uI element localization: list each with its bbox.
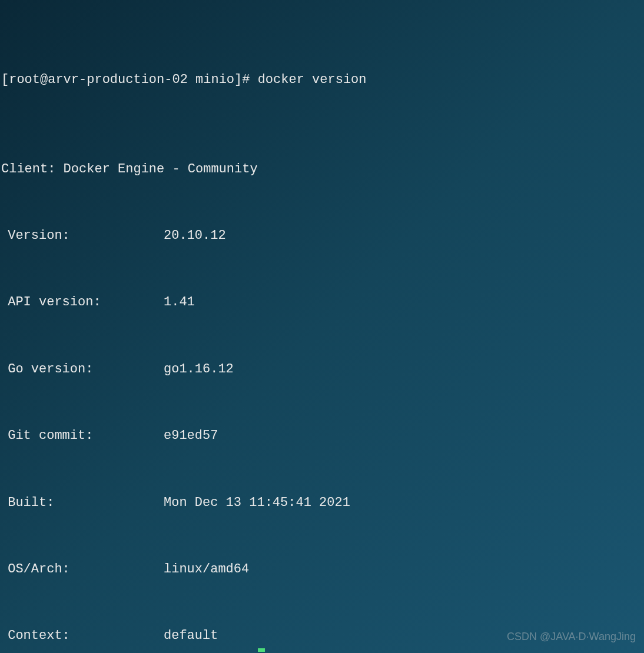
- shell-prompt: [root@arvr-production-02 minio]#: [1, 69, 258, 91]
- value: 20.10.12: [164, 225, 226, 247]
- label: Git commit:: [0, 425, 164, 447]
- value: linux/amd64: [164, 558, 249, 581]
- value: go1.16.12: [164, 358, 234, 381]
- value: e91ed57: [164, 425, 218, 447]
- label: Context:: [0, 625, 164, 647]
- label: Version:: [0, 225, 164, 247]
- client-go-version: Go version:go1.16.12: [0, 358, 644, 381]
- watermark-text: CSDN @JAVA·D·WangJing: [507, 626, 636, 648]
- client-git-commit: Git commit:e91ed57: [0, 425, 644, 447]
- client-header: Client: Docker Engine - Community: [0, 158, 644, 181]
- client-api-version: API version:1.41: [0, 291, 644, 314]
- client-built: Built:Mon Dec 13 11:45:41 2021: [0, 492, 644, 514]
- value: Mon Dec 13 11:45:41 2021: [164, 492, 350, 514]
- cursor-icon: [258, 648, 265, 652]
- label: Built:: [0, 492, 164, 514]
- value: 1.41: [164, 291, 195, 314]
- label: OS/Arch:: [0, 558, 164, 581]
- client-os-arch: OS/Arch:linux/amd64: [0, 558, 644, 581]
- label: API version:: [0, 291, 164, 314]
- value: default: [164, 625, 218, 647]
- command-text: docker version: [258, 69, 367, 91]
- client-version: Version:20.10.12: [0, 225, 644, 247]
- terminal-output[interactable]: [root@arvr-production-02 minio]# docker …: [0, 2, 644, 653]
- label: Go version:: [0, 358, 164, 381]
- prompt-line: [root@arvr-production-02 minio]# docker …: [0, 69, 644, 91]
